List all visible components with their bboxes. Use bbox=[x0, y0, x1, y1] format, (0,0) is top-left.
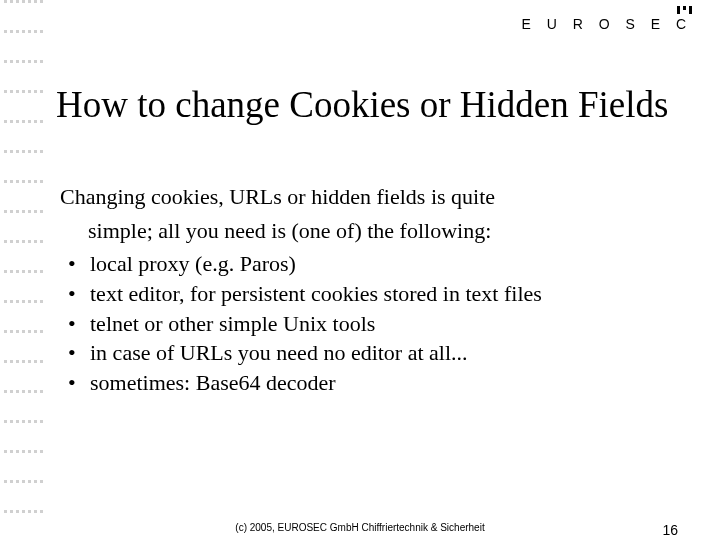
list-item: sometimes: Base64 decoder bbox=[62, 368, 692, 398]
page-number: 16 bbox=[662, 522, 678, 538]
decorative-sidebar bbox=[0, 0, 44, 540]
list-item: in case of URLs you need no editor at al… bbox=[62, 338, 692, 368]
page-title: How to change Cookies or Hidden Fields bbox=[56, 85, 708, 126]
body-content: Changing cookies, URLs or hidden fields … bbox=[60, 182, 692, 398]
brand-label: E U R O S E C bbox=[521, 16, 692, 32]
intro-text-line2: simple; all you need is (one of) the fol… bbox=[60, 216, 692, 246]
list-item: text editor, for persistent cookies stor… bbox=[62, 279, 692, 309]
brand-marks-icon bbox=[677, 6, 692, 14]
list-item: telnet or other simple Unix tools bbox=[62, 309, 692, 339]
list-item: local proxy (e.g. Paros) bbox=[62, 249, 692, 279]
bullet-list: local proxy (e.g. Paros) text editor, fo… bbox=[62, 249, 692, 397]
footer-copyright: (c) 2005, EUROSEC GmbH Chiffriertechnik … bbox=[0, 522, 720, 533]
intro-text-line1: Changing cookies, URLs or hidden fields … bbox=[60, 182, 692, 212]
